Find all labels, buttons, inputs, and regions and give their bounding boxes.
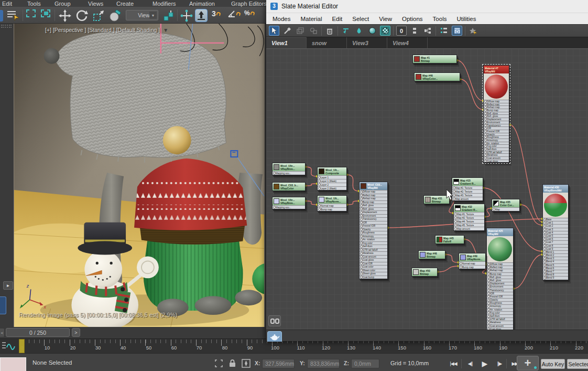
show-shaded-material-icon[interactable] xyxy=(367,26,377,36)
next-frame-button[interactable]: > xyxy=(72,328,80,337)
main-menu-item[interactable]: Modifiers xyxy=(153,1,176,7)
move-children-icon[interactable] xyxy=(341,26,351,36)
layout-all-vertical-icon[interactable] xyxy=(409,26,420,36)
viewport-label[interactable]: [+] [Perspective ] [Standard ] [Default … xyxy=(45,27,168,33)
use-pivot-center-icon[interactable] xyxy=(162,9,175,23)
x-coordinate-field[interactable]: 327,596mm xyxy=(262,359,295,368)
material-map-browser-icon[interactable] xyxy=(452,26,462,36)
editor-menu-item[interactable]: View xyxy=(379,16,392,22)
editor-view-tab[interactable]: View1 xyxy=(266,37,307,48)
select-and-manipulate-icon[interactable] xyxy=(180,9,193,22)
hide-unused-nodeslots-icon[interactable] xyxy=(354,26,364,36)
left-panel-strip: ► xyxy=(0,24,14,327)
show-realistic-material-icon[interactable] xyxy=(380,26,390,36)
scene-explorer-icon[interactable] xyxy=(6,9,20,21)
editor-window-title: Slate Material Editor xyxy=(281,3,338,10)
window-crossing-icon[interactable] xyxy=(41,9,50,17)
isolate-selection-icon[interactable] xyxy=(214,358,223,368)
editor-view-tab[interactable]: View4 xyxy=(387,37,428,48)
editor-menu-item[interactable]: Tools xyxy=(433,16,447,22)
main-menu-item[interactable]: Graph Editors xyxy=(231,1,267,7)
ruler-tick-label: 170 xyxy=(449,345,457,351)
angle-snap-icon[interactable] xyxy=(227,9,241,18)
partial-toolbar-icon[interactable] xyxy=(0,10,3,22)
auto-key-button[interactable]: Auto Key xyxy=(541,359,565,369)
maxscript-mini-listener[interactable] xyxy=(0,357,26,371)
main-menu-item[interactable]: Group xyxy=(55,1,71,7)
z-coordinate-label: Z: xyxy=(344,360,349,366)
previous-key-button[interactable]: ◀|| xyxy=(463,358,477,369)
previous-frame-button[interactable]: < xyxy=(0,328,4,337)
ruler-tick-label: 40 xyxy=(121,345,126,351)
main-menu-item[interactable]: Create xyxy=(116,1,134,7)
go-to-start-button[interactable]: |◀◀ xyxy=(447,358,460,369)
delete-selected-icon[interactable] xyxy=(324,26,335,36)
lay-out-all-icon[interactable] xyxy=(468,26,478,36)
y-coordinate-label: Y: xyxy=(300,360,305,366)
selection-lock-icon[interactable] xyxy=(227,358,237,368)
time-slider-track[interactable]: 0 / 250 xyxy=(6,328,70,337)
slate-material-editor-window: 3 Slate Material Editor ModesMaterialEdi… xyxy=(266,0,588,341)
editor-menu-item[interactable]: Modes xyxy=(273,16,291,22)
mini-curve-editor-icon[interactable] xyxy=(1,340,16,353)
reference-coordinate-dropdown[interactable]: View▼ xyxy=(126,10,158,20)
render-status-text: Rendering image (pass 5) [00:00:15,0] [0… xyxy=(19,312,177,318)
editor-menu-item[interactable]: Options xyxy=(402,16,423,22)
y-coordinate-field[interactable]: 833,836mm xyxy=(307,359,340,368)
assign-material-icon[interactable] xyxy=(308,26,319,36)
z-coordinate-field[interactable]: 0,0mm xyxy=(351,359,379,368)
filter-funnel-icon[interactable]: ▼ xyxy=(163,27,168,33)
toolbar-grip[interactable] xyxy=(1,27,12,28)
main-menu-item[interactable]: Views xyxy=(88,1,103,7)
toolbar-grip[interactable] xyxy=(1,25,12,26)
snaps-toggle-active[interactable] xyxy=(195,9,208,22)
percent-snap-icon[interactable]: % xyxy=(244,9,255,17)
playback-divider xyxy=(506,359,507,368)
current-frame-marker[interactable] xyxy=(19,339,25,353)
put-to-library-icon[interactable] xyxy=(295,26,306,36)
editor-view-tab[interactable]: View3 xyxy=(347,37,387,48)
ruler-tick-label: 80 xyxy=(222,345,228,351)
main-menu-item[interactable]: Edit xyxy=(2,1,12,7)
ruler-tick-label: 130 xyxy=(347,345,355,351)
snap-3d-icon[interactable]: 3 xyxy=(212,9,221,18)
select-and-place-icon[interactable] xyxy=(109,9,122,22)
node-graph-canvas[interactable]: Map #1BitmapMap #46VRayColor...Material … xyxy=(266,48,588,330)
editor-menu-bar: ModesMaterialEditSelectViewOptionsToolsU… xyxy=(266,13,588,24)
toolbar-divider xyxy=(23,9,23,21)
perspective-viewport[interactable]: x z [+] [Perspective ] [Standard ] [Defa… xyxy=(14,24,265,327)
ruler-tick-label: 160 xyxy=(423,345,431,351)
set-keys-button[interactable]: + xyxy=(517,356,539,370)
minimized-panel[interactable] xyxy=(0,296,6,314)
main-menu-item[interactable]: Tools xyxy=(27,1,41,7)
layout-children-icon[interactable] xyxy=(422,26,433,36)
editor-menu-item[interactable]: Select xyxy=(352,16,369,22)
select-tool-icon[interactable] xyxy=(269,26,279,36)
editor-menu-item[interactable]: Utilities xyxy=(456,16,476,22)
play-button[interactable]: ▶ xyxy=(478,358,492,369)
preview-teapot-tab[interactable] xyxy=(267,331,282,342)
material-list-view-icon[interactable] xyxy=(439,26,449,36)
toolbar-divider xyxy=(177,9,178,21)
absolute-mode-icon[interactable] xyxy=(241,358,251,368)
editor-menu-item[interactable]: Material xyxy=(301,16,322,22)
ruler-tick-label: 180 xyxy=(474,345,482,351)
selection-region-icon[interactable] xyxy=(26,9,36,17)
selected-set-dropdown[interactable]: Selected xyxy=(567,359,588,369)
toolbar-divider xyxy=(435,26,436,36)
ruler-tick-label: 110 xyxy=(297,345,304,351)
editor-title-bar[interactable]: 3 Slate Material Editor xyxy=(266,0,588,13)
ruler-tick-label: 70 xyxy=(197,345,202,351)
pick-material-eyedropper-icon[interactable] xyxy=(282,26,292,36)
toolbar-divider xyxy=(55,9,55,21)
expand-panel-button[interactable]: ► xyxy=(3,281,13,290)
editor-view-tab[interactable]: snow xyxy=(307,37,347,48)
3dsmax-app-icon: 3 xyxy=(270,3,278,10)
scale-tool-icon[interactable] xyxy=(92,9,105,22)
editor-menu-item[interactable]: Edit xyxy=(332,16,342,22)
move-tool-icon[interactable] xyxy=(59,9,71,22)
show-background-icon[interactable]: 0 xyxy=(396,26,407,36)
main-menu-item[interactable]: Animation xyxy=(189,1,215,7)
rotate-tool-icon[interactable] xyxy=(75,9,88,22)
next-key-button[interactable]: ||▶ xyxy=(493,358,506,369)
